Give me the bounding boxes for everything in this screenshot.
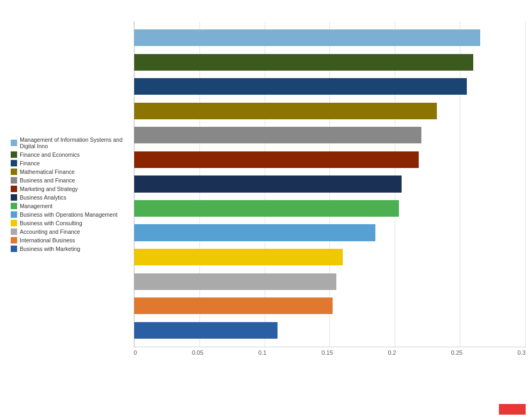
- bar: [134, 127, 421, 143]
- bar-row: [134, 74, 526, 99]
- bar: [134, 273, 336, 290]
- legend-item: Business Analytics: [11, 194, 134, 201]
- x-axis: 00.050.10.150.20.250.3: [134, 349, 526, 356]
- legend-item: Business with Operations Management: [11, 211, 134, 218]
- legend-label: Marketing and Strategy: [20, 186, 78, 192]
- legend-color: [11, 203, 17, 209]
- legend-item: Accounting and Finance: [11, 228, 134, 235]
- legend-label: International Business: [20, 237, 75, 243]
- red-box-indicator: [499, 404, 526, 415]
- legend-label: Accounting and Finance: [20, 228, 80, 235]
- x-axis-label: 0.15: [321, 349, 333, 356]
- chart-container: Management of Information Systems and Di…: [0, 0, 531, 420]
- legend-color: [11, 177, 17, 184]
- bar-row: [134, 50, 526, 75]
- legend-color: [11, 228, 17, 235]
- legend: Management of Information Systems and Di…: [5, 21, 134, 356]
- bar: [134, 200, 399, 217]
- legend-color: [11, 151, 17, 158]
- legend-label: Management of Information Systems and Di…: [20, 136, 134, 149]
- x-axis-label: 0: [134, 349, 137, 356]
- bar: [134, 322, 278, 339]
- bar: [134, 175, 402, 192]
- legend-color: [11, 186, 17, 192]
- bar: [134, 151, 419, 168]
- x-axis-label: 0.05: [192, 349, 203, 356]
- legend-color: [11, 220, 17, 226]
- legend-item: Finance and Economics: [11, 151, 134, 158]
- bar: [134, 54, 473, 71]
- bar-row: [134, 26, 526, 50]
- legend-color: [11, 194, 17, 201]
- legend-item: International Business: [11, 237, 134, 243]
- legend-color: [11, 140, 17, 146]
- bar-row: [134, 172, 526, 196]
- bar-row: [134, 294, 526, 318]
- x-axis-label: 0.1: [258, 349, 266, 356]
- legend-label: Business with Operations Management: [20, 211, 118, 218]
- legend-label: Finance: [20, 160, 40, 166]
- legend-label: Business with Marketing: [20, 246, 80, 252]
- legend-label: Business with Consulting: [20, 220, 82, 226]
- bar-row: [134, 245, 526, 270]
- bar: [134, 224, 375, 241]
- bar: [134, 103, 437, 119]
- bar: [134, 78, 467, 95]
- legend-item: Business with Consulting: [11, 220, 134, 226]
- bar-row: [134, 220, 526, 245]
- legend-item: Business with Marketing: [11, 246, 134, 252]
- legend-item: Management: [11, 203, 134, 209]
- legend-label: Business and Finance: [20, 177, 75, 184]
- bar-row: [134, 318, 526, 342]
- x-axis-label: 0.2: [388, 349, 396, 356]
- legend-color: [11, 160, 17, 166]
- legend-item: Business and Finance: [11, 177, 134, 184]
- legend-label: Finance and Economics: [20, 151, 80, 158]
- legend-label: Mathematical Finance: [20, 169, 75, 175]
- legend-color: [11, 237, 17, 243]
- bar-row: [134, 269, 526, 294]
- bars-list: [134, 21, 526, 347]
- bar-row: [134, 196, 526, 221]
- legend-item: Management of Information Systems and Di…: [11, 136, 134, 149]
- legend-color: [11, 246, 17, 252]
- bars-wrapper: [134, 21, 526, 347]
- bar-row: [134, 123, 526, 148]
- chart-area: Management of Information Systems and Di…: [5, 21, 526, 356]
- x-axis-label: 0.3: [518, 349, 526, 356]
- bars-section: 00.050.10.150.20.250.3: [134, 21, 526, 356]
- bar: [134, 249, 343, 265]
- legend-label: Business Analytics: [20, 194, 66, 201]
- legend-color: [11, 211, 17, 218]
- bar: [134, 29, 480, 46]
- x-axis-label: 0.25: [451, 349, 462, 356]
- bar-row: [134, 148, 526, 172]
- legend-item: Finance: [11, 160, 134, 166]
- legend-label: Management: [20, 203, 52, 209]
- legend-item: Mathematical Finance: [11, 169, 134, 175]
- bar: [134, 297, 333, 314]
- legend-color: [11, 169, 17, 175]
- bar-row: [134, 99, 526, 124]
- legend-item: Marketing and Strategy: [11, 186, 134, 192]
